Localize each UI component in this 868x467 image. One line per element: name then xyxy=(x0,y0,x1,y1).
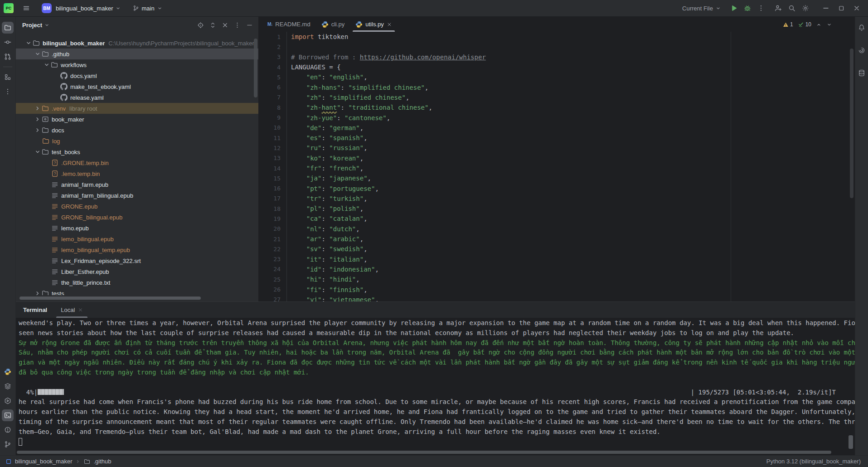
project-horizontal-scrollbar[interactable] xyxy=(19,297,201,300)
tool-strip-commit[interactable] xyxy=(2,36,14,48)
tree-item-.venv[interactable]: .venvlibrary root xyxy=(16,103,258,114)
tree-item-lemo_bilingual.epub[interactable]: lemo_bilingual.epub xyxy=(16,234,258,244)
line-number: 10 xyxy=(258,124,286,131)
breadcrumb-leaf[interactable]: .github xyxy=(93,458,111,465)
tree-item-docs[interactable]: docs xyxy=(16,125,258,136)
tree-item-Lex_Fridman_episode_322.srt[interactable]: Lex_Fridman_episode_322.srt xyxy=(16,255,258,266)
terminal-vertical-scrollbar[interactable] xyxy=(849,435,853,449)
terminal-horizontal-scrollbar[interactable] xyxy=(17,451,831,454)
locate-file-button[interactable] xyxy=(197,22,204,29)
tree-item-lemo.epub[interactable]: lemo.epub xyxy=(16,223,258,234)
tool-strip-database[interactable] xyxy=(856,67,868,79)
code-line: 20 "nl": "dutch", xyxy=(258,224,849,234)
tool-strip-more-tool-windows[interactable] xyxy=(2,86,14,97)
pull-requests-icon xyxy=(4,53,11,60)
tree-item-GRONE.epub[interactable]: GRONE.epub xyxy=(16,201,258,212)
code-with-me-icon[interactable] xyxy=(775,5,782,12)
editor-tab-utils.py[interactable]: utils.py xyxy=(350,17,397,32)
window-close-button[interactable] xyxy=(850,2,863,14)
breadcrumb-root[interactable]: bilingual_book_maker xyxy=(15,458,72,465)
tool-strip-notifications[interactable] xyxy=(856,22,868,34)
chevron-right-icon xyxy=(34,105,41,112)
more-actions-icon[interactable] xyxy=(757,5,765,12)
tree-item-label: .venv xyxy=(52,105,66,112)
editor-scrollbar[interactable] xyxy=(850,49,853,198)
code-text: "fi": "finnish", xyxy=(286,284,368,294)
code-editor[interactable]: 1import tiktoken23# Borrowed from : http… xyxy=(258,32,849,302)
prev-problem-icon[interactable] xyxy=(816,22,822,28)
line-number: 25 xyxy=(258,276,286,283)
code-text: import tiktoken xyxy=(286,32,348,42)
tree-item-.GRONE.temp.bin[interactable]: .GRONE.temp.bin xyxy=(16,157,258,168)
settings-gear-icon[interactable] xyxy=(802,5,809,12)
tree-item-lemo_bilingual_temp.epub[interactable]: lemo_bilingual_temp.epub xyxy=(16,244,258,255)
divider xyxy=(3,67,12,67)
collapse-all-button[interactable] xyxy=(222,22,228,29)
tree-item-tests[interactable]: tests xyxy=(16,288,258,295)
tree-item-bilingual_book_maker[interactable]: bilingual_book_makerC:\Users\huynd\Pycha… xyxy=(16,38,258,49)
terminal-panel-title[interactable]: Terminal xyxy=(23,306,47,313)
tree-item-animal_farm_bilingual.epub[interactable]: animal_farm_bilingual.epub xyxy=(16,190,258,201)
tool-strip-structure[interactable] xyxy=(2,71,14,83)
window-restore-button[interactable] xyxy=(834,2,848,14)
expand-collapse-button[interactable] xyxy=(209,22,216,29)
next-problem-icon[interactable] xyxy=(826,22,832,28)
tool-strip-python-console[interactable] xyxy=(2,380,14,392)
debug-button[interactable] xyxy=(744,5,751,12)
inspection-widget[interactable]: 1 10 xyxy=(783,21,832,28)
textfile-icon xyxy=(51,235,58,243)
git-branch-icon xyxy=(133,5,139,11)
tree-item-docs.yaml[interactable]: docs.yaml xyxy=(16,70,258,81)
hide-panel-button[interactable] xyxy=(246,22,253,29)
tree-item-label: GRONE_bilingual.epub xyxy=(61,214,122,221)
tree-item-release.yaml[interactable]: release.yaml xyxy=(16,92,258,103)
more-options-button[interactable] xyxy=(234,22,241,29)
interpreter-widget[interactable]: Python 3.12 (bilingual_book_maker) xyxy=(766,458,861,465)
tree-item-animal_farm.epub[interactable]: animal_farm.epub xyxy=(16,179,258,190)
breadcrumb[interactable]: bilingual_book_maker .github xyxy=(5,458,112,465)
tool-strip-pull-requests[interactable] xyxy=(2,51,14,63)
editor-tab-README.md[interactable]: M↓README.md xyxy=(262,17,316,32)
vcs-branch-widget[interactable]: main xyxy=(130,4,165,13)
code-text: "it": "italian", xyxy=(286,254,368,264)
tree-item-label: GRONE.epub xyxy=(61,203,97,210)
github-icon xyxy=(60,94,68,101)
tree-item-Liber_Esther.epub[interactable]: Liber_Esther.epub xyxy=(16,266,258,277)
project-view-selector[interactable]: Project xyxy=(22,22,50,29)
tree-item-log[interactable]: log xyxy=(16,136,258,146)
tool-strip-project[interactable] xyxy=(2,22,14,34)
tree-item-.github[interactable]: .github xyxy=(16,49,258,59)
tool-strip-python-packages[interactable] xyxy=(2,366,14,378)
run-configuration-selector[interactable]: Current File xyxy=(679,4,724,13)
tree-item-book_maker[interactable]: book_maker xyxy=(16,114,258,125)
terminal-tab-local[interactable]: Local xyxy=(59,302,85,318)
line-number: 19 xyxy=(258,215,286,222)
editor-tab-cli.py[interactable]: cli.py xyxy=(316,17,350,32)
ai-assistant-icon xyxy=(858,47,865,54)
tree-item-make_test_ebook.yaml[interactable]: make_test_ebook.yaml xyxy=(16,81,258,92)
tool-strip-services[interactable] xyxy=(2,395,14,407)
chevron-down-icon xyxy=(34,148,41,156)
terminal-output[interactable]: weekend's play. Two or three times a yea… xyxy=(16,318,855,455)
tree-item-GRONE_bilingual.epub[interactable]: GRONE_bilingual.epub xyxy=(16,212,258,223)
project-vertical-scrollbar[interactable] xyxy=(254,39,257,97)
main-menu-button[interactable] xyxy=(20,3,33,13)
window-minimize-button[interactable] xyxy=(819,2,833,14)
tree-item-the_little_prince.txt[interactable]: the_little_prince.txt xyxy=(16,277,258,288)
tree-item-test_books[interactable]: test_books xyxy=(16,146,258,157)
tree-item-.lemo.temp.bin[interactable]: .lemo.temp.bin xyxy=(16,168,258,179)
close-icon[interactable] xyxy=(78,307,83,312)
tool-strip-problems[interactable] xyxy=(2,424,14,436)
tree-item-workflows[interactable]: workflows xyxy=(16,59,258,70)
collapse-all-icon xyxy=(222,22,228,29)
line-number: 7 xyxy=(258,94,286,101)
project-widget[interactable]: BM bilingual_book_maker xyxy=(39,2,124,15)
run-button[interactable] xyxy=(730,5,737,12)
chevron-down-icon xyxy=(115,5,121,11)
tool-strip-terminal[interactable] xyxy=(2,409,14,421)
tool-strip-ai-assistant[interactable] xyxy=(856,44,868,56)
code-line: 14 "fr": "french", xyxy=(258,163,849,173)
code-text: "fr": "french", xyxy=(286,163,364,173)
tool-strip-version-control[interactable] xyxy=(2,438,14,450)
search-everywhere-icon[interactable] xyxy=(788,5,795,12)
